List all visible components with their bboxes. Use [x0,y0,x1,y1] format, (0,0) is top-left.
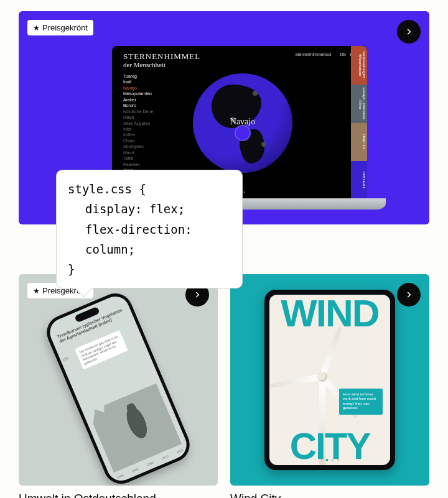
chevron-right-icon [404,290,413,299]
turbine-blade [270,374,323,389]
wind-caption: How wind turbines work and how much ener… [339,389,383,415]
side-tab: Über uns [351,123,367,162]
culture-item: Bororo [123,103,153,108]
culture-item: Indien [123,132,153,137]
project-title: Wind City [230,492,429,498]
culture-item: Mesopotamien [123,91,153,96]
page-dots [320,459,340,461]
tablet-screen: WIND How wind turbines work and how much… [269,295,390,465]
headline-word-top: WIND [269,295,390,335]
site-brand: STERNENHIMMEL der Menschheit [123,52,200,68]
open-project-button[interactable] [397,20,421,44]
star-icon: ★ [33,24,40,32]
award-badge: ★ Preisgekrönt [27,20,93,35]
x-tick: 2000 [131,466,139,473]
globe: Navajo [193,73,292,173]
side-tabs: Veranstaltungen · Wissenstexte Essays · … [351,46,367,200]
culture-list: TuaregInuitNavajoMesopotamienAraberBoror… [123,73,153,173]
tablet-mockup: WIND How wind turbines work and how much… [264,290,395,470]
lang-de: DE [340,52,347,57]
globe-marker [236,126,250,140]
culture-item: Aborigines [123,144,153,149]
culture-item: Palawan [123,162,153,167]
tooltip-line: } [68,262,75,276]
culture-item: Inuit [123,79,153,85]
globe-label: Navajo [230,117,255,127]
brand-subtitle: der Menschheit [123,61,200,68]
chevron-right-icon [404,27,413,36]
culture-item: Altes Ägypten [123,121,153,126]
code-tooltip: style.css { display: flex; flex-directio… [56,170,243,288]
x-tick: 2005 [146,460,154,466]
side-tab: Veranstaltungen · Wissenstexte [351,46,367,85]
top-links: Sternenhimmeltool DE EN [295,52,356,57]
x-tick: 2010 [161,454,169,460]
project-title: Umwelt in Ostdeutschland [19,492,218,498]
tooltip-line: display: flex; [68,199,231,219]
y-axis-label: 180 [62,356,69,361]
culture-item: Maori [123,150,153,155]
star-icon: ★ [33,287,40,295]
project-card-windcity[interactable]: WIND How wind turbines work and how much… [230,274,429,486]
culture-item: China [123,138,153,144]
side-tab: Essays · Interviews · Filme [351,85,367,123]
chart-annotation: Die Feldlerche galt einst in der DDR als… [75,330,128,369]
culture-item: Araber [123,97,153,103]
culture-item: Maya [123,114,153,120]
open-project-button[interactable] [397,283,421,307]
tooltip-line: flex-direction: column; [68,219,231,260]
side-tab: PROJEKT [351,161,367,200]
project-item-windcity: WIND How wind turbines work and how much… [230,274,429,498]
chevron-right-icon [193,290,202,299]
project-card-umwelt[interactable]: ★ Preisgekrönt Trendkurven typischer Vog… [19,274,218,486]
tooltip-line: style.css { [68,182,146,196]
turbine-hub [317,372,327,382]
culture-item: Nördliche Dene [123,109,153,114]
culture-item: Inka [123,126,153,132]
culture-item: Tuareg [123,73,153,79]
phone-screen: Trendkurven typischer Vogelarten der Agr… [45,292,191,484]
award-badge-label: Preisgekrönt [42,23,88,32]
phone-mockup: Trendkurven typischer Vogelarten der Agr… [42,288,195,486]
x-tick: 2015 [176,448,184,454]
culture-item: Navajo [123,85,153,91]
project-item-umwelt: ★ Preisgekrönt Trendkurven typischer Vog… [19,274,218,498]
tool-link: Sternenhimmeltool [295,52,331,57]
culture-item: Tahiti [123,155,153,161]
brand-title: STERNENHIMMEL [123,52,200,61]
x-tick: 1995 [116,473,124,479]
